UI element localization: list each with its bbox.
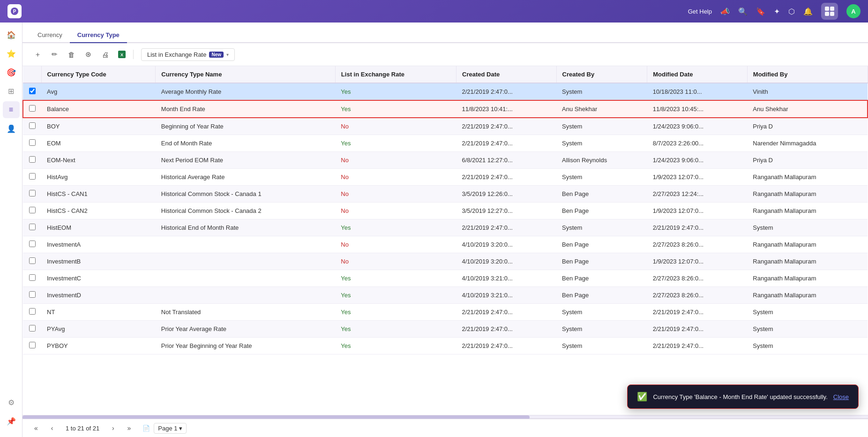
row-exchange-rate: Yes xyxy=(335,338,456,354)
table-row[interactable]: InvestmentA No 4/10/2019 3:20:0... Ben P… xyxy=(23,236,868,253)
row-checkbox[interactable] xyxy=(29,122,36,129)
table-row[interactable]: PYAvg Prior Year Average Rate Yes 2/21/2… xyxy=(23,321,868,338)
row-checkbox[interactable] xyxy=(29,190,36,196)
row-checkbox[interactable] xyxy=(29,342,36,348)
row-modified-by: Vinith xyxy=(747,83,868,100)
print-button[interactable]: 🖨 xyxy=(97,47,112,62)
table-row[interactable]: InvestmentC Yes 4/10/2019 3:21:0... Ben … xyxy=(23,270,868,287)
tab-bar: Currency Currency Type xyxy=(22,23,868,43)
sidebar-pin-icon[interactable]: 📌 xyxy=(3,413,20,429)
user-avatar[interactable]: A xyxy=(846,4,861,18)
table-row[interactable]: HistCS - CAN1 Historical Common Stock - … xyxy=(23,186,868,203)
exchange-rate-button[interactable]: List in Exchange Rate New ▾ xyxy=(141,48,235,61)
col-created-by[interactable]: Created By xyxy=(556,66,647,83)
sidebar-person-icon[interactable]: 👤 xyxy=(3,120,20,137)
row-modified-by: Narender Nimmagadda xyxy=(747,135,868,152)
row-name: Not Translated xyxy=(156,304,336,321)
sidebar-home-icon[interactable]: 🏠 xyxy=(3,26,20,43)
row-created-date: 3/5/2019 12:27:0... xyxy=(456,203,557,219)
search-icon[interactable]: 🔍 xyxy=(738,7,748,16)
sidebar-grid-icon[interactable]: ⊞ xyxy=(3,83,20,99)
row-modified-by: Priya D xyxy=(747,118,868,135)
row-checkbox[interactable] xyxy=(29,88,36,94)
col-currency-type-name[interactable]: Currency Type Name xyxy=(156,66,336,83)
row-modified-by: System xyxy=(747,321,868,338)
row-checkbox[interactable] xyxy=(29,274,36,281)
row-name: Historical Common Stock - Canada 1 xyxy=(156,186,336,203)
tab-currency[interactable]: Currency xyxy=(30,27,70,43)
cube-icon[interactable]: ⬡ xyxy=(788,7,795,16)
col-list-in-exchange-rate[interactable]: List in Exchange Rate xyxy=(335,66,456,83)
col-currency-type-code[interactable]: Currency Type Code xyxy=(41,66,156,83)
prev-page-button[interactable]: ‹ xyxy=(46,422,58,434)
row-name: Beginning of Year Rate xyxy=(156,118,336,135)
row-modified-date: 2/21/2019 2:47:0... xyxy=(647,304,748,321)
row-created-by: System xyxy=(556,304,647,321)
table-row[interactable]: EOM-Next Next Period EOM Rate No 6/8/202… xyxy=(23,152,868,169)
row-exchange-rate: Yes xyxy=(335,304,456,321)
tab-currency-type[interactable]: Currency Type xyxy=(70,27,127,43)
row-created-by: Allison Reynolds xyxy=(556,152,647,169)
main-layout: 🏠 ⭐ 🎯 ⊞ ≡ 👤 ⚙ 📌 Currency Currency Type ＋… xyxy=(0,23,868,437)
add-button[interactable]: ＋ xyxy=(30,47,45,62)
page-selector[interactable]: Page 1 ▾ xyxy=(154,423,187,434)
table-row[interactable]: Avg Average Monthly Rate Yes 2/21/2019 2… xyxy=(23,83,868,100)
sidebar-star-icon[interactable]: ⭐ xyxy=(3,45,20,62)
row-checkbox[interactable] xyxy=(29,308,36,315)
row-checkbox[interactable] xyxy=(29,241,36,247)
table-row[interactable]: HistCS - CAN2 Historical Common Stock - … xyxy=(23,203,868,219)
col-created-date[interactable]: Created Date xyxy=(456,66,557,83)
toast-close-button[interactable]: Close xyxy=(833,393,849,400)
col-modified-date[interactable]: Modified Date xyxy=(647,66,748,83)
notification-icon[interactable]: 🔔 xyxy=(803,7,813,16)
bookmark-icon[interactable]: 🔖 xyxy=(756,7,765,16)
table-row[interactable]: PYBOY Prior Year Beginning of Year Rate … xyxy=(23,338,868,354)
get-help-link[interactable]: Get Help xyxy=(688,8,712,15)
row-name xyxy=(156,270,336,287)
row-name: Month End Rate xyxy=(156,100,336,118)
edit-button[interactable]: ✏ xyxy=(47,47,62,62)
col-modified-by[interactable]: Modified By xyxy=(747,66,868,83)
excel-button[interactable]: X xyxy=(114,47,129,62)
sidebar-list-icon[interactable]: ≡ xyxy=(3,101,20,118)
row-checkbox[interactable] xyxy=(29,224,36,230)
active-module-icon[interactable] xyxy=(821,3,838,20)
row-checkbox[interactable] xyxy=(29,257,36,264)
toast-message: Currency Type 'Balance - Month End Rate'… xyxy=(653,393,827,400)
horizontal-scrollbar[interactable] xyxy=(22,415,868,419)
row-code: HistCS - CAN1 xyxy=(41,186,156,203)
announcements-icon[interactable]: 📣 xyxy=(720,7,730,16)
delete-button[interactable]: 🗑 xyxy=(64,47,79,62)
sidebar-target-icon[interactable]: 🎯 xyxy=(3,64,20,81)
row-modified-by: Ranganath Mallapuram xyxy=(747,253,868,270)
row-checkbox[interactable] xyxy=(29,156,36,163)
row-checkbox[interactable] xyxy=(29,207,36,213)
table-row[interactable]: EOM End of Month Rate Yes 2/21/2019 2:47… xyxy=(23,135,868,152)
row-checkbox[interactable] xyxy=(29,105,36,112)
table-row[interactable]: BOY Beginning of Year Rate No 2/21/2019 … xyxy=(23,118,868,135)
row-name: Historical Common Stock - Canada 2 xyxy=(156,203,336,219)
table-row[interactable]: Balance Month End Rate Yes 11/8/2023 10:… xyxy=(23,100,868,118)
row-checkbox[interactable] xyxy=(29,325,36,332)
row-code: InvestmentA xyxy=(41,236,156,253)
app-logo[interactable]: P xyxy=(7,4,22,18)
next-page-button[interactable]: › xyxy=(107,422,119,434)
filter-button[interactable]: ⊛ xyxy=(81,47,96,62)
row-modified-date: 2/27/2023 8:26:0... xyxy=(647,236,748,253)
row-created-date: 2/21/2019 2:47:0... xyxy=(456,83,557,100)
row-checkbox[interactable] xyxy=(29,173,36,180)
row-checkbox[interactable] xyxy=(29,291,36,298)
table-row[interactable]: NT Not Translated Yes 2/21/2019 2:47:0..… xyxy=(23,304,868,321)
table-row[interactable]: InvestmentD Yes 4/10/2019 3:21:0... Ben … xyxy=(23,287,868,304)
compass-icon[interactable]: ✦ xyxy=(774,7,780,16)
sidebar-settings-icon[interactable]: ⚙ xyxy=(3,394,20,411)
table-row[interactable]: HistEOM Historical End of Month Rate Yes… xyxy=(23,219,868,236)
first-page-button[interactable]: « xyxy=(30,422,42,434)
row-modified-date: 2/21/2019 2:47:0... xyxy=(647,338,748,354)
row-created-by: System xyxy=(556,338,647,354)
last-page-button[interactable]: » xyxy=(123,422,135,434)
row-checkbox[interactable] xyxy=(29,139,36,146)
table-row[interactable]: InvestmentB No 4/10/2019 3:20:0... Ben P… xyxy=(23,253,868,270)
row-code: InvestmentD xyxy=(41,287,156,304)
table-row[interactable]: HistAvg Historical Average Rate No 2/21/… xyxy=(23,169,868,186)
